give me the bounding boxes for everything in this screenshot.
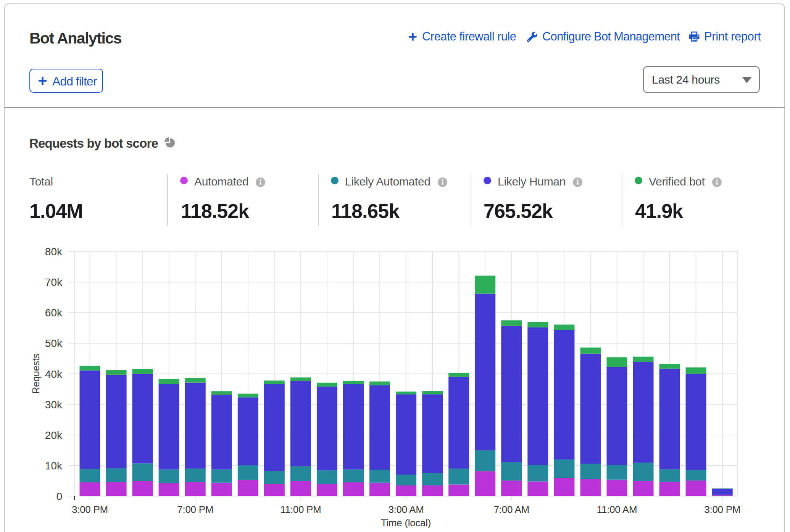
- svg-text:11:00 AM: 11:00 AM: [597, 504, 637, 515]
- svg-text:40k: 40k: [45, 368, 63, 380]
- svg-text:3:00 PM: 3:00 PM: [704, 504, 740, 515]
- svg-text:30k: 30k: [45, 399, 63, 411]
- svg-text:3:00 PM: 3:00 PM: [72, 504, 108, 515]
- svg-text:Requests: Requests: [31, 353, 41, 394]
- svg-text:7:00 PM: 7:00 PM: [177, 504, 213, 515]
- svg-text:3:00 AM: 3:00 AM: [388, 504, 424, 515]
- svg-text:7:00 AM: 7:00 AM: [494, 504, 529, 515]
- svg-text:Time (local): Time (local): [381, 517, 431, 529]
- svg-text:0: 0: [56, 490, 62, 502]
- svg-text:80k: 80k: [45, 246, 63, 258]
- svg-text:60k: 60k: [45, 307, 63, 319]
- svg-text:10k: 10k: [45, 460, 63, 472]
- svg-text:70k: 70k: [45, 276, 63, 288]
- svg-text:50k: 50k: [45, 337, 63, 349]
- svg-text:11:00 PM: 11:00 PM: [280, 504, 321, 515]
- svg-text:20k: 20k: [45, 429, 63, 441]
